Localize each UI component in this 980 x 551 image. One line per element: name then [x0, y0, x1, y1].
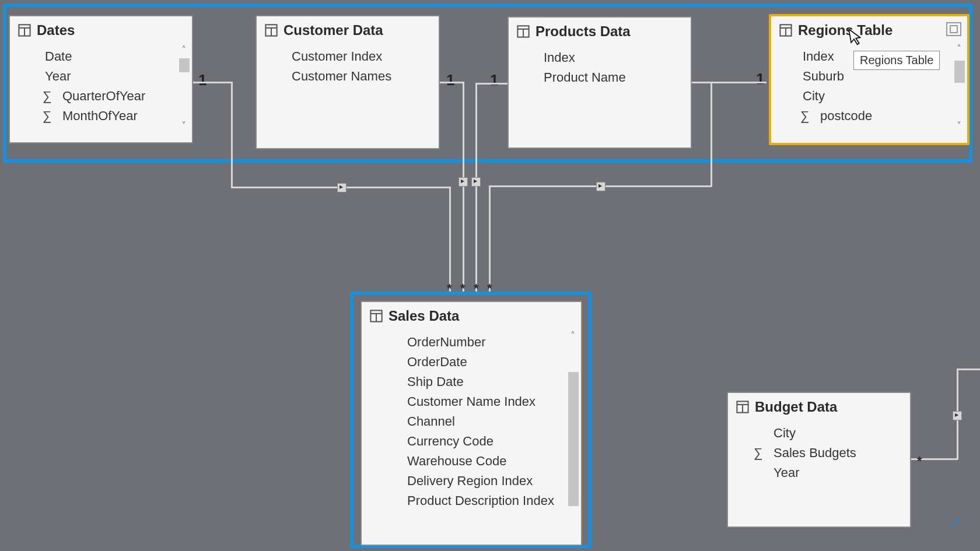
cardinality-many: * — [460, 281, 466, 296]
table-icon — [517, 25, 530, 38]
relationship-arrow-icon — [596, 182, 606, 191]
field-customer-name-index[interactable]: Customer Name Index — [362, 392, 581, 412]
field-customer-names[interactable]: Customer Names — [257, 66, 439, 86]
relationship-line — [475, 83, 508, 85]
table-title: Products Data — [536, 23, 631, 40]
table-icon — [779, 24, 792, 37]
relationship-line — [231, 82, 233, 188]
field-warehouse-code[interactable]: Warehouse Code — [362, 451, 581, 471]
reset-layout-icon[interactable]: ⤢ — [948, 513, 961, 532]
relationship-line — [692, 82, 766, 83]
field-customer-index[interactable]: Customer Index — [257, 47, 439, 66]
table-title: Customer Data — [284, 22, 383, 38]
field-monthofyear[interactable]: ∑MonthOfYear — [10, 106, 192, 126]
table-title: Dates — [37, 22, 75, 38]
cardinality-many: * — [917, 454, 922, 469]
table-dates[interactable]: Dates ˄ Date Year ∑QuarterOfYear ∑MonthO… — [9, 15, 193, 143]
field-year[interactable]: Year — [728, 463, 910, 483]
scroll-down-icon[interactable]: ˅ — [953, 120, 965, 132]
sigma-icon: ∑ — [43, 89, 52, 104]
sigma-icon: ∑ — [800, 108, 810, 124]
field-index[interactable]: Index — [509, 48, 691, 68]
expand-icon[interactable] — [946, 22, 961, 36]
relationship-line — [463, 82, 464, 292]
relationship-line — [475, 83, 477, 292]
field-city[interactable]: City — [771, 86, 967, 106]
cardinality-many: * — [487, 281, 492, 296]
tooltip-regions: Regions Table — [853, 51, 940, 70]
cardinality-one: 1 — [198, 71, 206, 89]
sigma-icon: ∑ — [754, 445, 763, 461]
field-year[interactable]: Year — [10, 66, 192, 86]
scroll-down-icon[interactable]: ˅ — [178, 120, 190, 132]
field-shipdate[interactable]: Ship Date — [362, 372, 581, 392]
table-title: Regions Table — [798, 22, 892, 38]
table-regions[interactable]: Regions Table Index Suburb City ∑postcod… — [769, 14, 970, 145]
field-ordernumber[interactable]: OrderNumber — [362, 332, 581, 352]
field-postcode[interactable]: ∑postcode — [771, 106, 967, 126]
relationship-line — [710, 82, 712, 187]
relationship-arrow-icon — [459, 177, 468, 187]
field-orderdate[interactable]: OrderDate — [362, 352, 581, 372]
table-icon — [18, 24, 31, 37]
table-title: Sales Data — [388, 308, 459, 324]
field-delivery-region-index[interactable]: Delivery Region Index — [362, 471, 581, 491]
field-currency-code[interactable]: Currency Code — [362, 431, 581, 451]
field-product-name[interactable]: Product Name — [509, 68, 691, 87]
cardinality-one: 1 — [446, 71, 454, 89]
relationship-arrow-icon — [953, 411, 962, 420]
relationship-line — [449, 187, 451, 292]
relationship-arrow-icon — [471, 177, 481, 187]
sigma-icon: ∑ — [43, 108, 52, 124]
relationship-line — [440, 82, 463, 83]
cardinality-many: * — [474, 281, 479, 296]
table-budget-data[interactable]: Budget Data City ∑Sales Budgets Year — [727, 392, 911, 528]
relationship-line — [957, 368, 980, 370]
table-products-data[interactable]: Products Data Index Product Name — [508, 16, 692, 149]
cardinality-one: 1 — [490, 71, 498, 89]
relationship-arrow-icon — [337, 183, 346, 192]
table-icon — [370, 310, 383, 322]
field-product-description-index[interactable]: Product Description Index — [362, 491, 581, 511]
table-sales-data[interactable]: Sales Data ˄ OrderNumber OrderDate Ship … — [360, 301, 582, 546]
field-date[interactable]: Date — [10, 47, 192, 66]
field-sales-budgets[interactable]: ∑Sales Budgets — [728, 443, 910, 463]
table-icon — [265, 24, 278, 37]
table-customer-data[interactable]: Customer Data Customer Index Customer Na… — [256, 15, 440, 149]
scroll-thumb[interactable] — [954, 61, 965, 83]
relationship-line — [489, 185, 491, 292]
cardinality-many: * — [447, 281, 452, 296]
field-channel[interactable]: Channel — [362, 412, 581, 431]
relationship-line — [193, 82, 232, 83]
field-quarterofyear[interactable]: ∑QuarterOfYear — [10, 86, 192, 106]
table-icon — [736, 401, 749, 413]
table-title: Budget Data — [755, 399, 837, 415]
scroll-up-icon[interactable]: ˄ — [953, 43, 965, 55]
field-city[interactable]: City — [728, 423, 910, 443]
cardinality-one: 1 — [756, 70, 764, 88]
